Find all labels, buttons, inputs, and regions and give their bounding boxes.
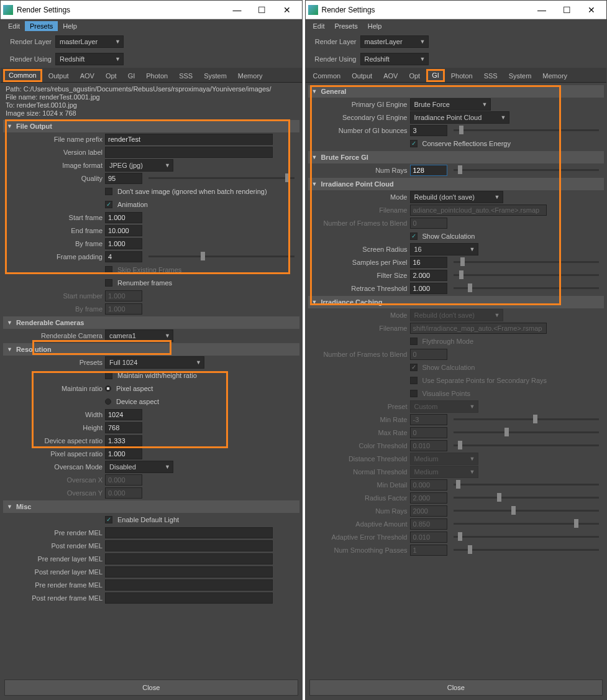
- width-input[interactable]: [105, 409, 142, 420]
- resolution-presets-dropdown[interactable]: Full 1024▼: [105, 356, 204, 369]
- tab-aov[interactable]: AOV: [378, 69, 403, 82]
- tab-common[interactable]: Common: [308, 69, 346, 82]
- num-rays-input[interactable]: [410, 165, 447, 176]
- tab-gi[interactable]: GI: [123, 69, 140, 82]
- menu-edit[interactable]: Edit: [308, 21, 330, 31]
- tab-gi[interactable]: GI: [426, 69, 445, 82]
- end-frame-input[interactable]: [105, 225, 142, 236]
- enable-default-light-checkbox[interactable]: [105, 516, 112, 523]
- gi-bounces-input[interactable]: [410, 125, 447, 136]
- overscan-mode-dropdown[interactable]: Disabled▼: [105, 461, 173, 473]
- tab-opt[interactable]: Opt: [101, 69, 122, 82]
- by-frame-label: By frame: [4, 240, 103, 247]
- primary-gi-dropdown[interactable]: Brute Force▼: [410, 98, 491, 111]
- retrace-threshold-slider[interactable]: [454, 287, 600, 289]
- tab-memory[interactable]: Memory: [537, 69, 572, 82]
- dont-save-checkbox[interactable]: [105, 188, 112, 195]
- normal-threshold-label: Normal Threshold: [309, 468, 408, 476]
- screen-radius-dropdown[interactable]: 16▼: [410, 243, 478, 256]
- section-file-output[interactable]: ▼File Output: [3, 120, 299, 132]
- menu-edit[interactable]: Edit: [3, 21, 25, 31]
- render-using-dropdown[interactable]: Redshift▼: [360, 53, 429, 65]
- device-aspect-radio[interactable]: [105, 398, 111, 405]
- quality-input[interactable]: [105, 173, 142, 184]
- render-using-label: Render Using: [4, 55, 52, 63]
- pre-layer-mel-input[interactable]: [105, 553, 273, 564]
- pre-frame-mel-input[interactable]: [105, 579, 273, 591]
- secondary-gi-dropdown[interactable]: Irradiance Point Cloud▼: [410, 111, 509, 124]
- samples-pixel-slider[interactable]: [454, 261, 600, 263]
- section-misc[interactable]: ▼Misc: [3, 500, 299, 513]
- close-button[interactable]: Close: [309, 679, 603, 696]
- tab-opt[interactable]: Opt: [404, 69, 425, 82]
- image-format-dropdown[interactable]: JPEG (jpg)▼: [105, 159, 173, 172]
- ipc-show-calc-checkbox[interactable]: [410, 233, 418, 240]
- tab-common[interactable]: Common: [3, 69, 42, 82]
- distance-threshold-label: Distance Threshold: [309, 455, 408, 463]
- frame-padding-label: Frame padding: [4, 253, 103, 260]
- frame-padding-input[interactable]: [105, 251, 142, 262]
- conserve-reflections-checkbox[interactable]: [410, 140, 418, 147]
- close-button[interactable]: Close: [4, 679, 298, 696]
- pre-render-mel-input[interactable]: [105, 527, 273, 538]
- render-layer-dropdown[interactable]: masterLayer▼: [360, 35, 429, 48]
- maintain-ratio-checkbox[interactable]: [105, 372, 112, 379]
- samples-pixel-input[interactable]: [410, 257, 447, 268]
- section-ipc[interactable]: ▼Irradiance Point Cloud: [308, 178, 605, 190]
- minimize-button[interactable]: —: [225, 5, 250, 15]
- close-window-button[interactable]: ✕: [579, 5, 604, 15]
- tab-output[interactable]: Output: [347, 69, 377, 82]
- dar-input[interactable]: [105, 435, 142, 446]
- by-frame-input[interactable]: [105, 238, 142, 249]
- maximize-button[interactable]: ☐: [554, 5, 579, 15]
- tab-memory[interactable]: Memory: [233, 69, 268, 82]
- maximize-button[interactable]: ☐: [250, 5, 275, 15]
- render-using-dropdown[interactable]: Redshift▼: [55, 53, 124, 65]
- chevron-down-icon: ▼: [495, 312, 500, 318]
- renderable-camera-dropdown[interactable]: camera1▼: [105, 329, 173, 342]
- menu-help[interactable]: Help: [58, 21, 82, 31]
- render-layer-dropdown[interactable]: masterLayer▼: [55, 35, 124, 48]
- quality-slider[interactable]: [148, 177, 294, 179]
- tab-sss[interactable]: SSS: [479, 69, 503, 82]
- pixel-aspect-radio[interactable]: [105, 385, 111, 392]
- filter-size-input[interactable]: [410, 270, 447, 281]
- filter-size-slider[interactable]: [454, 274, 600, 276]
- start-frame-input[interactable]: [105, 212, 142, 223]
- retrace-threshold-input[interactable]: [410, 283, 447, 294]
- num-rays-label: Num Rays: [309, 167, 408, 174]
- version-label-input[interactable]: [105, 147, 273, 158]
- file-name-prefix-input[interactable]: [105, 134, 273, 145]
- frame-padding-slider[interactable]: [148, 256, 294, 257]
- section-renderable-cameras[interactable]: ▼Renderable Cameras: [3, 316, 299, 329]
- animation-checkbox[interactable]: [105, 201, 112, 208]
- section-general[interactable]: ▼General: [308, 85, 605, 98]
- ipc-mode-dropdown[interactable]: Rebuild (don't save)▼: [410, 191, 503, 203]
- section-irradiance-caching[interactable]: ▼Irradiance Caching: [308, 296, 605, 308]
- post-render-mel-input[interactable]: [105, 540, 273, 551]
- tab-system[interactable]: System: [504, 69, 537, 82]
- post-layer-mel-input[interactable]: [105, 566, 273, 578]
- tab-output[interactable]: Output: [43, 69, 74, 82]
- close-window-button[interactable]: ✕: [275, 5, 299, 15]
- gi-bounces-slider[interactable]: [454, 129, 600, 131]
- tab-system[interactable]: System: [199, 69, 232, 82]
- minimize-button[interactable]: —: [529, 5, 554, 15]
- menu-help[interactable]: Help: [363, 21, 387, 31]
- window-title: Render Settings: [17, 6, 225, 14]
- menu-presets[interactable]: Presets: [25, 21, 58, 31]
- chevron-down-icon: ▼: [470, 469, 475, 475]
- tab-aov[interactable]: AOV: [75, 69, 99, 82]
- par-input[interactable]: [105, 448, 142, 459]
- tab-sss[interactable]: SSS: [174, 69, 198, 82]
- tab-photon[interactable]: Photon: [446, 69, 478, 82]
- ic-frames-blend-input: [410, 349, 447, 360]
- height-input[interactable]: [105, 422, 142, 433]
- section-brute-force[interactable]: ▼Brute Force GI: [308, 151, 605, 163]
- tab-photon[interactable]: Photon: [141, 69, 173, 82]
- post-frame-mel-input[interactable]: [105, 592, 273, 604]
- renumber-checkbox[interactable]: [105, 279, 112, 287]
- num-rays-slider[interactable]: [454, 169, 600, 171]
- section-resolution[interactable]: ▼Resolution: [3, 343, 299, 356]
- menu-presets[interactable]: Presets: [329, 21, 362, 31]
